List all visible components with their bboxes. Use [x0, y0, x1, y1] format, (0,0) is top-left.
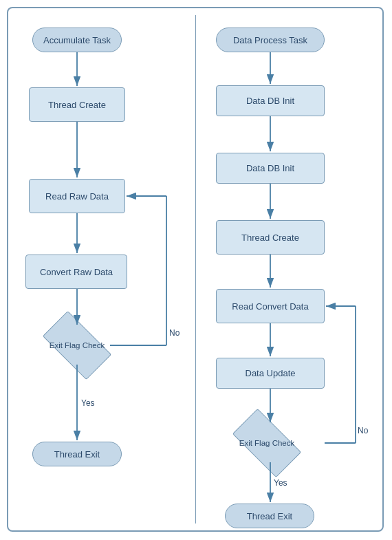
diagram-container: Accumulate Task Thread Create Read Raw D… — [7, 7, 384, 532]
node-read-raw-data: Read Raw Data — [29, 179, 125, 213]
node-exit-flag-left: Exit Flag Check — [44, 326, 110, 365]
node-convert-raw-data: Convert Raw Data — [25, 255, 127, 289]
no-label-right: No — [358, 426, 369, 435]
node-thread-create-right: Thread Create — [216, 220, 325, 255]
node-data-update: Data Update — [216, 358, 325, 389]
node-data-process-task: Data Process Task — [216, 28, 325, 52]
no-label-left: No — [169, 328, 180, 338]
node-accumulate-task: Accumulate Task — [32, 28, 122, 52]
exit-flag-right-label: Exit Flag Check — [239, 439, 295, 447]
node-thread-exit-left: Thread Exit — [32, 442, 122, 466]
node-data-db-init-2: Data DB Init — [216, 153, 325, 184]
node-exit-flag-right: Exit Flag Check — [234, 424, 300, 462]
node-thread-exit-right: Thread Exit — [225, 504, 314, 528]
node-data-db-init-1: Data DB Init — [216, 85, 325, 116]
yes-label-left: Yes — [81, 398, 95, 408]
exit-flag-left-label: Exit Flag Check — [50, 341, 105, 349]
yes-label-right: Yes — [274, 478, 287, 488]
column-divider — [195, 15, 196, 523]
node-read-convert-data: Read Convert Data — [216, 289, 325, 323]
node-thread-create-left: Thread Create — [29, 87, 125, 122]
